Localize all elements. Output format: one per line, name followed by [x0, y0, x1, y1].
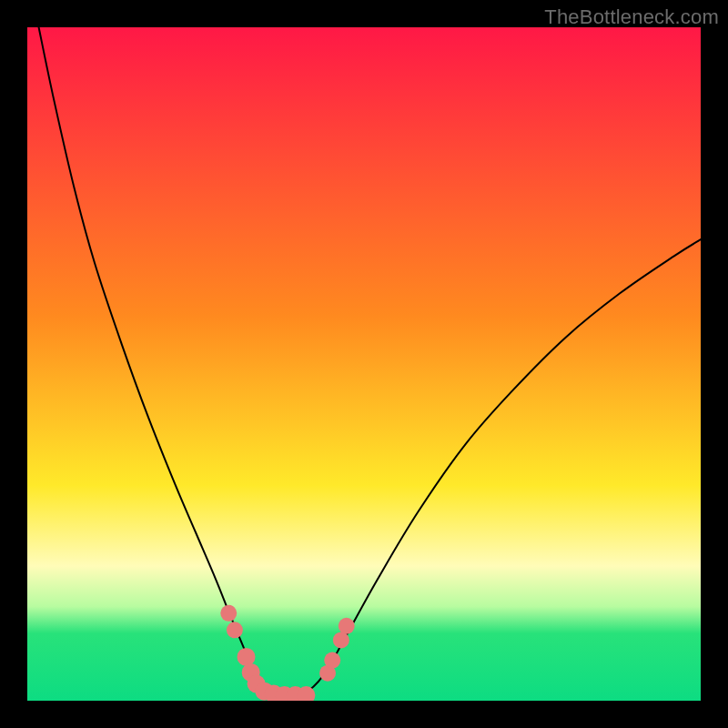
- data-marker: [238, 648, 256, 666]
- data-marker: [227, 622, 243, 638]
- data-marker: [220, 605, 237, 622]
- chart-frame: TheBottleneck.com: [0, 0, 728, 728]
- data-marker: [333, 632, 349, 648]
- data-marker: [339, 618, 355, 634]
- data-marker: [324, 652, 340, 669]
- watermark-text: TheBottleneck.com: [544, 5, 719, 29]
- bottleneck-chart: [27, 27, 701, 701]
